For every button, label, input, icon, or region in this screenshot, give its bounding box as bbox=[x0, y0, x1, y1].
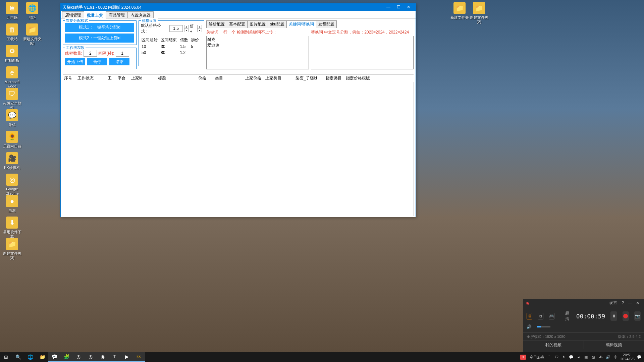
recorder-close-button[interactable]: ✕ bbox=[634, 301, 641, 305]
main-tab-2[interactable]: 商品管理 bbox=[106, 11, 128, 18]
taskbar-ks-icon[interactable]: ks bbox=[133, 352, 145, 362]
column-header-3[interactable]: 平台 bbox=[116, 75, 130, 81]
price-cell[interactable]: 50 bbox=[142, 50, 160, 55]
tray-icon1[interactable]: ▦ bbox=[583, 355, 589, 359]
main-tab-1[interactable]: 批量上货 bbox=[84, 12, 106, 18]
desktop-icon-新建文件夹 (2)[interactable]: 📁新建文件夹 (2) bbox=[469, 2, 489, 24]
tray-volume-icon[interactable]: 🔊 bbox=[605, 355, 611, 359]
column-header-8[interactable]: 上家价格 bbox=[244, 75, 264, 81]
main-tab-0[interactable]: 店铺管理 bbox=[62, 11, 84, 18]
column-header-12[interactable]: 指定价格模版 bbox=[344, 75, 371, 81]
column-header-9[interactable]: 上家类目 bbox=[264, 75, 294, 81]
desktop-icon-Google Chrome[interactable]: ◎Google Chrome bbox=[2, 174, 22, 196]
sub-tab-2[interactable]: 图片配置 bbox=[247, 20, 268, 28]
recorder-help-button[interactable]: ? bbox=[619, 301, 627, 305]
desktop-icon-新建文件夹 (6)[interactable]: 📁新建文件夹 (6) bbox=[22, 23, 42, 46]
taskbar-wechat-icon[interactable]: 💬 bbox=[48, 352, 60, 362]
start-upload-button[interactable]: 开始上传 bbox=[65, 58, 85, 65]
keywords-textarea[interactable] bbox=[206, 36, 309, 69]
titlebar[interactable]: 天梯ks助手 V1.91 - 0032 内测版 2024.06.04 — ☐ ✕ bbox=[61, 4, 416, 11]
desktop-icon-虫洞[interactable]: ●虫洞 bbox=[2, 195, 22, 213]
sub-tab-4[interactable]: 关键词/替换词 bbox=[286, 20, 316, 28]
column-header-6[interactable]: 价格 bbox=[197, 75, 214, 81]
column-header-4[interactable]: 上家id bbox=[130, 75, 157, 81]
formula-spinner[interactable]: ▲▼ bbox=[184, 25, 189, 32]
column-header-5[interactable]: 标题 bbox=[157, 75, 197, 81]
thread-count-input[interactable] bbox=[84, 50, 97, 57]
column-header-7[interactable]: 类目 bbox=[214, 75, 244, 81]
column-header-11[interactable]: 指定类目 bbox=[324, 75, 344, 81]
mode1-button[interactable]: 模式1：一键平均分配id bbox=[65, 23, 134, 32]
taskbar-text-icon[interactable]: T bbox=[109, 352, 121, 362]
sub-tab-1[interactable]: 基本配置 bbox=[227, 20, 248, 28]
price-cell[interactable] bbox=[191, 50, 201, 55]
sub-tab-0[interactable]: 解析配置 bbox=[206, 20, 227, 28]
start-button[interactable]: ⊞ bbox=[0, 352, 12, 362]
screenshot-button[interactable]: 📷 bbox=[634, 311, 641, 321]
hot-news-icon[interactable]: ✦ bbox=[520, 355, 526, 360]
taskbar-app2-icon[interactable]: ◉ bbox=[97, 352, 109, 362]
price-cell[interactable]: 1.5 bbox=[180, 44, 191, 49]
desktop-icon-控制面板[interactable]: ⚙控制面板 bbox=[2, 45, 22, 63]
tray-up-icon[interactable]: ˄ bbox=[546, 355, 552, 359]
price-cell[interactable]: 80 bbox=[161, 50, 179, 55]
tray-network-icon[interactable]: 🖧 bbox=[598, 355, 603, 359]
formula-input[interactable] bbox=[169, 25, 183, 32]
tray-sync-icon[interactable]: ↻ bbox=[561, 355, 567, 359]
hot-news-label[interactable]: 今日热点 bbox=[530, 355, 544, 360]
taskbar-app1-icon[interactable]: 🧩 bbox=[60, 352, 72, 362]
mode2-button[interactable]: 模式2：一键处理上货id bbox=[65, 34, 134, 43]
price-cell[interactable]: 10 bbox=[142, 44, 160, 49]
desktop-icon-此电脑[interactable]: 🖥此电脑 bbox=[2, 2, 22, 20]
desktop-icon-新建文件夹[interactable]: 📁新建文件夹 bbox=[449, 2, 470, 20]
notifications-icon[interactable]: 💬 bbox=[637, 355, 642, 359]
maximize-button[interactable]: ☐ bbox=[393, 4, 404, 11]
my-videos-tab[interactable]: 我的视频 bbox=[523, 341, 584, 349]
desktop-icon-KK录像机[interactable]: 🎥KK录像机 bbox=[2, 152, 22, 170]
pause-button[interactable]: 暂停 bbox=[87, 58, 107, 65]
tray-icon2[interactable]: ▨ bbox=[591, 355, 596, 359]
quality-label[interactable]: 超清 bbox=[565, 310, 571, 322]
price-cell[interactable]: 1.2 bbox=[180, 50, 191, 55]
tray-wechat-icon[interactable]: 💬 bbox=[569, 355, 574, 359]
taskbar-chrome2-icon[interactable]: ◎ bbox=[85, 352, 97, 362]
taskbar-app3-icon[interactable]: ▶ bbox=[121, 352, 133, 362]
taskbar-explorer-icon[interactable]: 📁 bbox=[36, 352, 48, 362]
record-button[interactable] bbox=[623, 311, 629, 321]
price-cell[interactable]: 30 bbox=[161, 44, 179, 49]
record-screen-icon[interactable]: 🖥 bbox=[527, 313, 532, 319]
tray-ime-icon[interactable]: 中 bbox=[613, 355, 618, 360]
taskbar-edge-icon[interactable]: 🌐 bbox=[24, 352, 36, 362]
volume-slider[interactable] bbox=[537, 326, 550, 327]
desktop-icon-常用软件下载[interactable]: ⬇常用软件下载 bbox=[2, 217, 22, 239]
taskbar-chrome-icon[interactable]: ◎ bbox=[72, 352, 85, 362]
desktop-icon-回收站[interactable]: 🗑回收站 bbox=[2, 23, 22, 41]
desktop-icon-微信[interactable]: 💬微信 bbox=[2, 109, 22, 127]
addon-spinner[interactable]: ▲▼ bbox=[197, 25, 202, 32]
desktop-icon-贝锐向日葵[interactable]: 🌻贝锐向日葵 bbox=[2, 131, 22, 148]
column-header-2[interactable]: 工 bbox=[106, 75, 116, 81]
sub-tab-5[interactable]: 发货配置 bbox=[316, 20, 337, 28]
search-button[interactable]: 🔍 bbox=[12, 352, 24, 362]
record-window-icon[interactable]: ⧉ bbox=[538, 313, 543, 319]
edit-video-tab[interactable]: 编辑视频 bbox=[584, 341, 644, 349]
recorder-settings-label[interactable]: 设置 bbox=[531, 300, 619, 306]
main-tab-3[interactable]: 内置浏览器 bbox=[127, 11, 154, 18]
result-table-body[interactable] bbox=[63, 82, 414, 216]
column-header-1[interactable]: 工作状态 bbox=[76, 75, 106, 81]
price-cell[interactable]: 5 bbox=[191, 44, 201, 49]
audio-icon[interactable]: 🔊 bbox=[527, 324, 532, 329]
stop-button[interactable]: 结束 bbox=[109, 58, 129, 65]
replace-textarea[interactable] bbox=[311, 36, 414, 69]
desktop-icon-Microsoft Edge[interactable]: eMicrosoft Edge bbox=[2, 66, 22, 88]
desktop-icon-火绒安全软件[interactable]: 🛡火绒安全软件 bbox=[2, 88, 22, 110]
sub-tab-3[interactable]: sku配置 bbox=[268, 20, 287, 28]
column-header-0[interactable]: 序号 bbox=[63, 75, 76, 81]
minimize-button[interactable]: — bbox=[383, 4, 393, 11]
recorder-minimize-button[interactable]: — bbox=[627, 301, 634, 305]
interval-input[interactable] bbox=[116, 50, 129, 57]
record-game-icon[interactable]: 🎮 bbox=[549, 313, 554, 319]
tray-shield-icon[interactable]: 🛡 bbox=[554, 355, 559, 359]
pause-record-button[interactable]: ⏸ bbox=[610, 311, 617, 321]
taskbar-clock[interactable]: 20:51 2024/6/5 bbox=[620, 353, 635, 361]
